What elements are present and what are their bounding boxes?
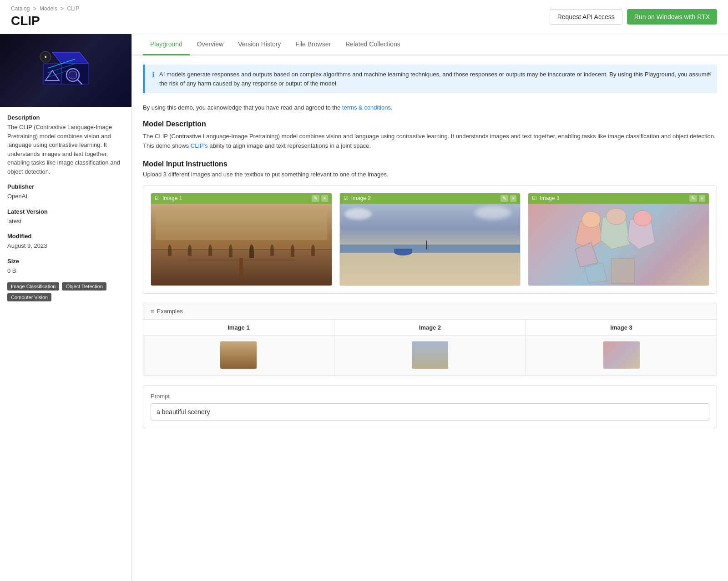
tos-link[interactable]: terms & conditions — [342, 104, 391, 111]
playground-content: ℹ AI models generate responses and outpu… — [132, 55, 728, 437]
run-button[interactable]: Run on Windows with RTX — [627, 9, 717, 25]
example-thumb-2 — [412, 341, 448, 369]
svg-rect-22 — [612, 258, 635, 283]
svg-text:✦: ✦ — [44, 55, 47, 60]
tab-playground[interactable]: Playground — [143, 34, 190, 55]
image-remove-button-2[interactable]: × — [510, 195, 516, 202]
examples-label: Examples — [157, 308, 183, 315]
model-input-title: Model Input Instructions — [143, 160, 717, 168]
breadcrumb: Catalog > Models > CLIP — [11, 5, 79, 12]
images-upload-area: ☑ Image 1 ✎ × — [143, 185, 717, 294]
examples-col-2: Image 2 — [334, 320, 526, 336]
tag-image-classification[interactable]: Image Classification — [7, 282, 59, 290]
model-description-text: The CLIP (Contrastive Language-Image Pre… — [143, 132, 717, 151]
svg-point-15 — [582, 211, 601, 228]
tab-file-browser[interactable]: File Browser — [288, 34, 338, 55]
image-actions-3: ✎ × — [689, 195, 705, 202]
image-preview-3 — [528, 204, 709, 285]
image-remove-button-3[interactable]: × — [699, 195, 705, 202]
svg-point-18 — [607, 208, 627, 225]
version-value: latest — [7, 217, 124, 226]
examples-row-1[interactable] — [143, 336, 717, 376]
examples-table: Image 1 Image 2 Image 3 — [143, 320, 717, 376]
tag-object-detection[interactable]: Object Detection — [62, 282, 106, 290]
image-checkbox-icon-2: ☑ — [344, 195, 349, 201]
info-icon: ℹ — [152, 70, 155, 79]
modified-label: Modified — [7, 233, 124, 240]
left-header: Catalog > Models > CLIP CLIP — [11, 5, 79, 28]
top-actions: Request API Access Run on Windows with R… — [550, 9, 717, 25]
image-slot-header-3: ☑ Image 3 ✎ × — [528, 193, 709, 204]
image-preview-2 — [340, 204, 521, 285]
breadcrumb-current: CLIP — [67, 5, 79, 12]
image-label-3: Image 3 — [540, 195, 559, 201]
sidebar-modified: Modified August 9, 2023 — [7, 233, 124, 250]
description-label: Description — [7, 114, 124, 121]
image-slot-header-1: ☑ Image 1 ✎ × — [151, 193, 332, 204]
image-slot-header-2: ☑ Image 2 ✎ × — [340, 193, 521, 204]
page-title: CLIP — [11, 14, 79, 28]
modified-value: August 9, 2023 — [7, 241, 124, 250]
request-api-button[interactable]: Request API Access — [550, 9, 622, 25]
examples-cell-img2 — [334, 336, 526, 376]
version-label: Latest Version — [7, 208, 124, 215]
image-slot-3: ☑ Image 3 ✎ × — [528, 193, 709, 286]
image-actions-1: ✎ × — [312, 195, 328, 202]
image-label-1: Image 1 — [162, 195, 182, 201]
image-edit-button-2[interactable]: ✎ — [500, 195, 508, 202]
info-close-button[interactable]: × — [708, 70, 712, 78]
image-label-2: Image 2 — [351, 195, 371, 201]
examples-col-3: Image 3 — [526, 320, 717, 336]
tabs: Playground Overview Version History File… — [132, 34, 728, 55]
images-grid: ☑ Image 1 ✎ × — [151, 193, 709, 286]
description-value: The CLIP (Contrastive Language-Image Pre… — [7, 123, 124, 176]
examples-header[interactable]: ≡ Examples — [143, 303, 717, 320]
clip-link[interactable]: CLIP's — [191, 142, 208, 149]
svg-point-20 — [634, 210, 652, 226]
examples-col-1: Image 1 — [143, 320, 334, 336]
model-visual: ✦ — [30, 43, 102, 98]
model-input-text: Upload 3 different images and use the te… — [143, 171, 717, 178]
image-slot-1: ☑ Image 1 ✎ × — [151, 193, 332, 286]
svg-marker-21 — [585, 263, 607, 283]
examples-section: ≡ Examples Image 1 Image 2 Image 3 — [143, 303, 717, 376]
model-image-inner: ✦ — [0, 34, 131, 107]
info-text: AI models generate responses and outputs… — [159, 70, 710, 88]
content-area: Playground Overview Version History File… — [132, 34, 728, 581]
image-remove-button-1[interactable]: × — [321, 195, 328, 202]
sidebar-description: Description The CLIP (Contrastive Langua… — [7, 114, 124, 176]
publisher-label: Publisher — [7, 183, 124, 190]
svg-point-8 — [69, 71, 77, 79]
sidebar-publisher: Publisher OpenAI — [7, 183, 124, 201]
sidebar-content: Description The CLIP (Contrastive Langua… — [0, 107, 131, 309]
image-edit-button-3[interactable]: ✎ — [689, 195, 697, 202]
image-checkbox-icon-1: ☑ — [155, 195, 160, 201]
tab-related-collections[interactable]: Related Collections — [338, 34, 408, 55]
model-image: ✦ — [0, 34, 131, 107]
example-thumb-3 — [603, 341, 640, 369]
tags-container: Image Classification Object Detection Co… — [7, 282, 124, 301]
breadcrumb-sep1: > — [33, 5, 36, 12]
breadcrumb-sep2: > — [61, 5, 64, 12]
examples-cell-img3 — [526, 336, 717, 376]
picasso-svg — [528, 204, 709, 285]
breadcrumb-catalog[interactable]: Catalog — [11, 5, 30, 12]
image-preview-1 — [151, 204, 332, 285]
tos-prefix: By using this demo, you acknowledge that… — [143, 104, 340, 111]
tab-version-history[interactable]: Version History — [231, 34, 288, 55]
image-actions-2: ✎ × — [500, 195, 516, 202]
example-thumb-1 — [220, 341, 257, 369]
top-bar: Catalog > Models > CLIP CLIP Request API… — [0, 0, 728, 34]
tag-computer-vision[interactable]: Computer Vision — [7, 293, 51, 301]
tab-overview[interactable]: Overview — [190, 34, 231, 55]
image-edit-button-1[interactable]: ✎ — [312, 195, 319, 202]
info-banner: ℹ AI models generate responses and outpu… — [143, 65, 717, 93]
svg-marker-16 — [576, 242, 598, 267]
sidebar: ✦ Description The CLIP (Contrastive Lang… — [0, 34, 132, 581]
breadcrumb-models[interactable]: Models — [40, 5, 57, 12]
image-slot-2: ☑ Image 2 ✎ × — [339, 193, 521, 286]
size-label: Size — [7, 258, 124, 265]
prompt-input[interactable] — [151, 403, 709, 421]
model-description-title: Model Description — [143, 120, 717, 128]
tos-suffix: . — [391, 104, 393, 111]
